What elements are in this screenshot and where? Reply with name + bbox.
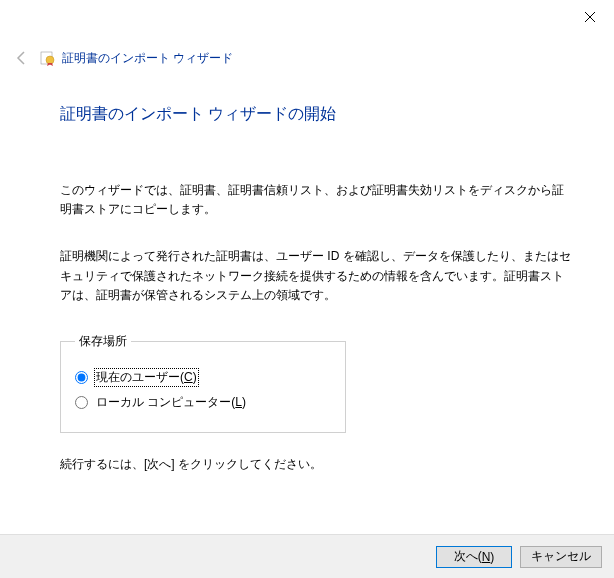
- close-button[interactable]: [568, 2, 612, 32]
- close-icon: [585, 12, 595, 22]
- back-button[interactable]: [10, 46, 34, 70]
- titlebar: [0, 0, 614, 34]
- header-row: 証明書のインポート ウィザード: [0, 34, 614, 74]
- storage-location-group: 保存場所 現在のユーザー(C) ローカル コンピューター(L): [60, 333, 346, 433]
- radio-current-user-label: 現在のユーザー(C): [94, 368, 199, 387]
- cancel-button[interactable]: キャンセル: [520, 546, 602, 568]
- page-title: 証明書のインポート ウィザードの開始: [60, 104, 572, 125]
- radio-current-user[interactable]: 現在のユーザー(C): [75, 368, 331, 387]
- storage-legend: 保存場所: [75, 333, 131, 350]
- radio-local-computer[interactable]: ローカル コンピューター(L): [75, 393, 331, 412]
- continue-text: 続行するには、[次へ] をクリックしてください。: [60, 455, 572, 474]
- intro-paragraph-2: 証明機関によって発行された証明書は、ユーザー ID を確認し、データを保護したり…: [60, 247, 572, 305]
- wizard-title: 証明書のインポート ウィザード: [62, 50, 233, 67]
- certificate-icon: [40, 50, 56, 66]
- back-arrow-icon: [14, 50, 30, 66]
- content-area: 証明書のインポート ウィザードの開始 このウィザードでは、証明書、証明書信頼リス…: [0, 74, 614, 474]
- svg-point-1: [46, 56, 54, 64]
- button-bar: 次へ(N) キャンセル: [0, 534, 614, 578]
- intro-paragraph-1: このウィザードでは、証明書、証明書信頼リスト、および証明書失効リストをディスクか…: [60, 181, 572, 219]
- radio-local-computer-label: ローカル コンピューター(L): [94, 393, 248, 412]
- radio-current-user-input[interactable]: [75, 371, 88, 384]
- radio-local-computer-input[interactable]: [75, 396, 88, 409]
- next-button[interactable]: 次へ(N): [436, 546, 512, 568]
